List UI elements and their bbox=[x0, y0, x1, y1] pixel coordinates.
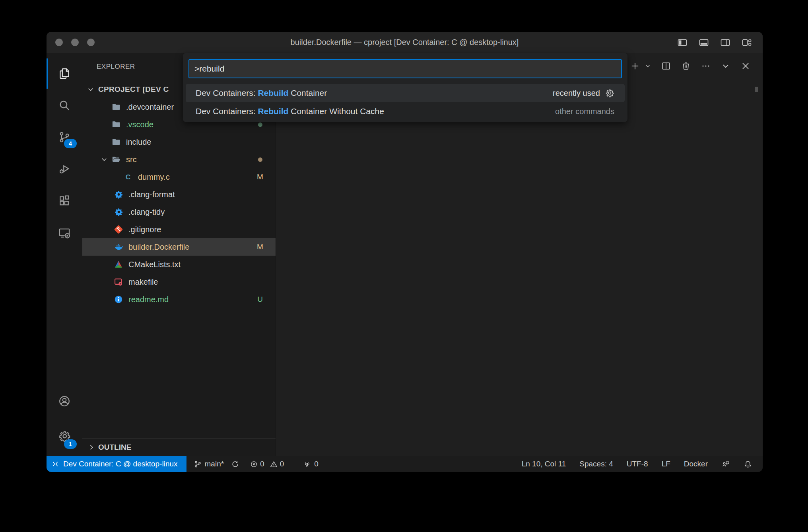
docker-file-icon bbox=[113, 242, 124, 252]
file-name: include bbox=[126, 138, 151, 147]
new-item-plus-button[interactable] bbox=[630, 61, 640, 71]
warning-icon bbox=[270, 460, 278, 468]
tree-item-.gitignore[interactable]: .gitignore bbox=[82, 221, 276, 238]
warning-count: 0 bbox=[280, 460, 284, 468]
chevron-down-icon bbox=[86, 85, 95, 94]
feedback-button[interactable] bbox=[721, 460, 730, 468]
git-file-icon bbox=[113, 224, 124, 235]
toggle-secondary-sidebar-button[interactable] bbox=[720, 38, 731, 47]
activity-source-control[interactable]: 4 bbox=[47, 121, 82, 153]
remote-explorer-icon bbox=[58, 226, 71, 239]
git-status-badge: M bbox=[256, 173, 264, 181]
layout-panel-icon bbox=[698, 38, 709, 47]
customize-layout-button[interactable] bbox=[741, 38, 752, 47]
result-meta: other commands bbox=[555, 107, 614, 116]
new-item-dropdown-button[interactable] bbox=[644, 62, 651, 70]
tree-item-readme.md[interactable]: readme.mdU bbox=[82, 291, 276, 308]
split-editor-button[interactable] bbox=[661, 61, 671, 71]
outline-label: OUTLINE bbox=[98, 443, 131, 452]
feedback-icon bbox=[721, 460, 730, 468]
tree-item-src[interactable]: src bbox=[82, 151, 276, 168]
remote-indicator[interactable]: Dev Container: C @ desktop-linux bbox=[47, 456, 186, 472]
source-control-badge: 4 bbox=[64, 139, 77, 148]
activity-bar-spacer bbox=[47, 249, 82, 384]
tree-item-include[interactable]: include bbox=[82, 133, 276, 151]
search-icon bbox=[58, 99, 71, 112]
notifications-button[interactable] bbox=[744, 460, 752, 468]
encoding-status[interactable]: UTF-8 bbox=[627, 460, 648, 468]
activity-manage[interactable]: 1 bbox=[47, 419, 82, 454]
git-status-badge: M bbox=[256, 243, 264, 251]
file-tree: CPROJECT [DEV C .devcontainer .vscode in… bbox=[82, 81, 276, 438]
command-palette: >rebuild Dev Containers: Rebuild Contain… bbox=[183, 53, 627, 122]
eol-status[interactable]: LF bbox=[662, 460, 670, 468]
outline-section-header[interactable]: OUTLINE bbox=[82, 438, 276, 456]
activity-explorer[interactable] bbox=[47, 58, 82, 89]
c-file-icon bbox=[123, 172, 133, 182]
broadcast-icon bbox=[303, 460, 311, 468]
close-panel-button[interactable] bbox=[740, 61, 751, 71]
palette-result-1[interactable]: Dev Containers: Rebuild Container Withou… bbox=[186, 102, 625, 120]
tree-item-builder.Dockerfile[interactable]: builder.DockerfileM bbox=[82, 238, 276, 256]
collapse-panel-button[interactable] bbox=[721, 61, 731, 71]
git-sync-button[interactable] bbox=[231, 460, 239, 468]
zoom-window-button[interactable] bbox=[87, 39, 95, 46]
remote-label: Dev Container: C @ desktop-linux bbox=[63, 460, 178, 468]
chevron-down-icon bbox=[721, 61, 731, 71]
bell-icon bbox=[744, 460, 752, 468]
gear-icon bbox=[605, 88, 614, 98]
activity-accounts[interactable] bbox=[47, 384, 82, 419]
close-icon bbox=[740, 61, 751, 71]
remote-indicator-icon bbox=[51, 460, 59, 468]
makefile-file-icon bbox=[113, 277, 124, 287]
branch-label: main* bbox=[205, 460, 224, 468]
kill-trash-button[interactable] bbox=[681, 61, 691, 71]
toggle-primary-sidebar-button[interactable] bbox=[677, 38, 688, 47]
git-status-badge: U bbox=[256, 295, 264, 304]
file-name: .vscode bbox=[126, 120, 153, 129]
more-actions-button[interactable] bbox=[701, 61, 711, 71]
layout-sidebar-right-icon bbox=[720, 38, 731, 47]
tree-item-.clang-tidy[interactable]: .clang-tidy bbox=[82, 203, 276, 221]
cursor-position-status[interactable]: Ln 10, Col 11 bbox=[522, 460, 566, 468]
scrollbar-thumb[interactable] bbox=[755, 87, 758, 92]
ellipsis-icon bbox=[701, 61, 711, 71]
git-branch-icon bbox=[194, 460, 202, 468]
gear-blue-file-icon bbox=[113, 207, 124, 217]
result-meta: recently used bbox=[553, 88, 614, 98]
root-folder-label: CPROJECT [DEV C bbox=[98, 85, 169, 94]
ports-status[interactable]: 0 bbox=[303, 460, 319, 468]
command-query: >rebuild bbox=[194, 64, 224, 74]
file-name: .clang-tidy bbox=[128, 208, 165, 217]
tree-item-.clang-format[interactable]: .clang-format bbox=[82, 186, 276, 203]
tree-item-CMakeLists.txt[interactable]: CMakeLists.txt bbox=[82, 256, 276, 273]
git-branch-status[interactable]: main* bbox=[194, 460, 224, 468]
files-icon bbox=[58, 67, 71, 80]
plus-icon bbox=[630, 61, 640, 71]
tree-item-makefile[interactable]: makefile bbox=[82, 273, 276, 291]
activity-run-and-debug[interactable] bbox=[47, 153, 82, 185]
command-palette-input[interactable]: >rebuild bbox=[188, 59, 622, 78]
ports-count: 0 bbox=[314, 460, 319, 468]
sync-icon bbox=[231, 460, 239, 468]
toggle-panel-button[interactable] bbox=[698, 38, 709, 47]
file-name: src bbox=[126, 155, 137, 164]
info-file-icon bbox=[113, 294, 124, 305]
file-name: .gitignore bbox=[128, 225, 161, 234]
problems-status[interactable]: 0 0 bbox=[250, 460, 287, 468]
chevron-right-icon bbox=[100, 138, 109, 146]
error-icon bbox=[250, 460, 258, 468]
close-window-button[interactable] bbox=[55, 39, 63, 46]
tree-item-dummy.c[interactable]: dummy.cM bbox=[82, 168, 276, 186]
folder-file-icon bbox=[111, 137, 121, 147]
git-dot-badge bbox=[258, 157, 262, 162]
language-mode-status[interactable]: Docker bbox=[684, 460, 708, 468]
palette-result-0[interactable]: Dev Containers: Rebuild Container recent… bbox=[186, 84, 625, 102]
file-name: dummy.c bbox=[138, 173, 170, 182]
chevron-right-icon bbox=[100, 120, 109, 129]
activity-extensions[interactable] bbox=[47, 185, 82, 217]
minimize-window-button[interactable] bbox=[71, 39, 79, 46]
activity-remote-explorer[interactable] bbox=[47, 217, 82, 249]
activity-search[interactable] bbox=[47, 89, 82, 121]
indentation-status[interactable]: Spaces: 4 bbox=[579, 460, 613, 468]
